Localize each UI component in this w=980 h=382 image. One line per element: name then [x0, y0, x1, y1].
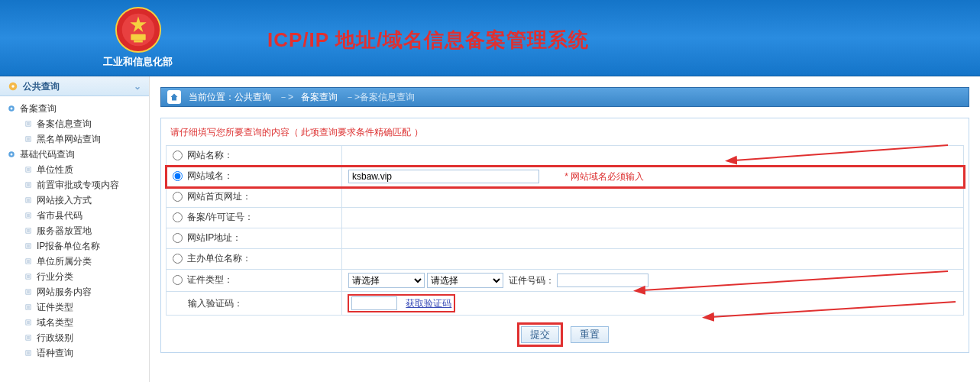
radio-license[interactable]: 备案/许可证号： — [173, 211, 254, 224]
cert-type-select-2[interactable]: 请选择 — [427, 273, 503, 288]
domain-input[interactable] — [348, 170, 539, 183]
tree-label: 网站服务内容 — [37, 286, 92, 299]
svg-point-6 — [11, 85, 15, 88]
system-title: ICP/IP 地址/域名信息备案管理系统 — [267, 27, 589, 53]
doc-icon — [23, 134, 34, 144]
tree-label: 单位所属分类 — [37, 255, 92, 268]
doc-icon — [23, 271, 34, 282]
radio-ip[interactable]: 网站IP地址： — [173, 231, 241, 244]
radio-website-name[interactable]: 网站名称： — [173, 149, 233, 162]
tree-label: 前置审批或专项内容 — [37, 179, 119, 192]
tree-group[interactable]: 备案查询 — [6, 101, 149, 116]
tree-label: 证件类型 — [37, 301, 73, 314]
tree-leaf[interactable]: 黑名单网站查询 — [6, 131, 149, 147]
tree-label: 备案查询 — [20, 102, 57, 115]
tree-label: IP报备单位名称 — [37, 240, 100, 253]
tree-label: 单位性质 — [37, 163, 73, 176]
gear-icon — [6, 103, 17, 114]
doc-icon — [23, 302, 34, 312]
tree-leaf[interactable]: 单位性质 — [6, 162, 149, 177]
captcha-label: 输入验证码： — [188, 298, 243, 309]
tree-label: 网站接入方式 — [37, 194, 92, 207]
doc-icon — [23, 332, 34, 343]
doc-icon — [23, 348, 34, 358]
breadcrumb-l2: 备案查询 — [301, 87, 338, 107]
svg-marker-71 — [171, 94, 178, 101]
tree-label: 备案信息查询 — [37, 118, 92, 131]
chevron-down-icon: ⌄ — [134, 76, 141, 96]
doc-icon — [23, 195, 34, 206]
app-header: 工业和信息化部 ICP/IP 地址/域名信息备案管理系统 — [0, 0, 980, 76]
emblem-block: 工业和信息化部 — [103, 6, 173, 69]
tree-leaf[interactable]: 网站接入方式 — [6, 193, 149, 208]
doc-icon — [23, 241, 34, 251]
sidebar-tree: 备案查询备案信息查询黑名单网站查询基础代码查询单位性质前置审批或专项内容网站接入… — [0, 96, 149, 365]
tree-leaf[interactable]: 省市县代码 — [6, 208, 149, 223]
doc-icon — [23, 180, 34, 190]
tree-label: 语种查询 — [37, 347, 73, 360]
tree-label: 域名类型 — [37, 316, 73, 329]
tree-leaf[interactable]: 服务器放置地 — [6, 223, 149, 238]
org-label: 工业和信息化部 — [103, 55, 173, 69]
svg-point-8 — [11, 108, 13, 110]
radio-cert-type[interactable]: 证件类型： — [173, 274, 233, 286]
doc-icon — [23, 286, 34, 297]
sidebar-section-header[interactable]: 公共查询 ⌄ — [0, 76, 149, 96]
button-bar: 提交 重置 — [166, 316, 964, 348]
breadcrumb-sep: －>备案信息查询 — [345, 87, 415, 107]
tree-leaf[interactable]: IP报备单位名称 — [6, 238, 149, 254]
doc-icon — [23, 118, 34, 129]
tree-leaf[interactable]: 单位所属分类 — [6, 254, 149, 269]
tree-label: 基础代码查询 — [20, 148, 75, 161]
svg-rect-4 — [134, 40, 143, 43]
radio-sponsor[interactable]: 主办单位名称： — [173, 252, 251, 265]
cert-type-select-1[interactable]: 请选择 — [348, 273, 425, 288]
tree-label: 行业分类 — [37, 270, 73, 283]
svg-point-18 — [11, 154, 13, 156]
tree-leaf[interactable]: 行政级别 — [6, 330, 149, 345]
breadcrumb: 当前位置：公共查询 －> 备案查询 －>备案信息查询 — [160, 87, 969, 107]
sidebar: 公共查询 ⌄ 备案查询备案信息查询黑名单网站查询基础代码查询单位性质前置审批或专… — [0, 76, 150, 382]
doc-icon — [23, 164, 34, 175]
tree-group[interactable]: 基础代码查询 — [6, 147, 149, 162]
home-icon[interactable] — [167, 90, 181, 104]
cert-no-label: 证件号码： — [509, 275, 555, 286]
tree-label: 服务器放置地 — [37, 225, 92, 238]
svg-rect-3 — [131, 34, 145, 40]
breadcrumb-text: 当前位置：公共查询 — [189, 87, 271, 107]
domain-required-note: * 网站域名必须输入 — [564, 171, 644, 182]
doc-icon — [23, 225, 34, 236]
tree-leaf[interactable]: 域名类型 — [6, 315, 149, 330]
radio-domain[interactable]: 网站域名： — [173, 170, 233, 183]
tree-leaf[interactable]: 备案信息查询 — [6, 116, 149, 131]
breadcrumb-sep: －> — [279, 87, 293, 107]
tree-leaf[interactable]: 证件类型 — [6, 299, 149, 315]
tree-leaf[interactable]: 网站服务内容 — [6, 284, 149, 299]
sidebar-header-label: 公共查询 — [23, 76, 60, 96]
tree-leaf[interactable]: 行业分类 — [6, 269, 149, 284]
tree-label: 行政级别 — [37, 332, 73, 345]
gear-icon — [6, 149, 17, 160]
query-form: 请仔细填写您所要查询的内容（ 此项查询要求条件精确匹配 ） 网站名称： 网站域名… — [160, 118, 969, 353]
doc-icon — [23, 317, 34, 328]
tree-label: 黑名单网站查询 — [37, 133, 101, 146]
national-emblem-icon — [115, 6, 162, 53]
main-panel: 当前位置：公共查询 －> 备案查询 －>备案信息查询 请仔细填写您所要查询的内容… — [150, 76, 980, 382]
tree-label: 省市县代码 — [37, 209, 82, 222]
get-captcha-link[interactable]: 获取验证码 — [406, 298, 451, 309]
form-hint: 请仔细填写您所要查询的内容（ 此项查询要求条件精确匹配 ） — [166, 123, 964, 145]
tree-leaf[interactable]: 语种查询 — [6, 345, 149, 361]
doc-icon — [23, 210, 34, 221]
doc-icon — [23, 256, 34, 267]
submit-button[interactable]: 提交 — [521, 326, 559, 343]
radio-homepage[interactable]: 网站首页网址： — [173, 190, 251, 203]
reset-button[interactable]: 重置 — [571, 326, 609, 343]
tree-leaf[interactable]: 前置审批或专项内容 — [6, 177, 149, 193]
gear-icon — [8, 81, 18, 92]
cert-no-input[interactable] — [557, 274, 648, 287]
captcha-input[interactable] — [351, 296, 397, 310]
